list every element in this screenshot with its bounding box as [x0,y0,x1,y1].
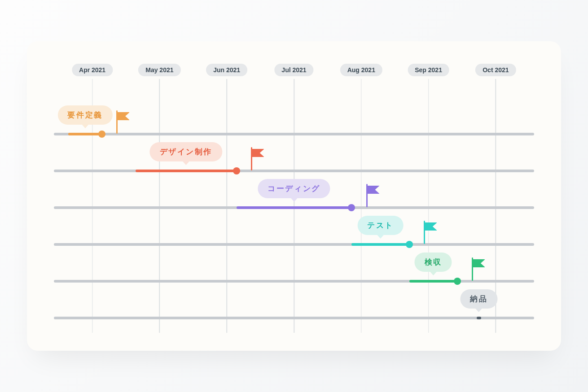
gantt-chart: Apr 2021May 2021Jun 2021Jul 2021Aug 2021… [54,64,534,333]
row-track [54,133,534,135]
task-bar[interactable] [477,317,482,319]
task-label[interactable]: デザイン制作 [150,142,222,161]
row-track [54,317,534,319]
gantt-row: デザイン制作 [54,136,534,172]
gantt-row: 要件定義 [54,100,534,135]
row-track [54,280,534,283]
task-label[interactable]: 納品 [460,289,497,309]
month-label: Sep 2021 [408,64,449,76]
gantt-row: 検収 [54,247,534,283]
gantt-card: Apr 2021May 2021Jun 2021Jul 2021Aug 2021… [27,41,561,351]
month-label: Apr 2021 [72,64,113,76]
task-label[interactable]: コーディング [258,179,330,198]
task-label[interactable]: 検収 [415,253,452,272]
gantt-row: コーディング [54,173,534,209]
month-label: May 2021 [138,64,180,76]
task-bar[interactable] [68,133,102,135]
month-label: Aug 2021 [340,64,382,76]
month-label: Oct 2021 [475,64,516,76]
task-label[interactable]: 要件定義 [57,105,112,125]
task-bar[interactable] [351,243,409,246]
task-bar[interactable] [237,206,352,209]
task-label[interactable]: テスト [357,216,404,235]
month-label: Jul 2021 [274,64,313,76]
row-track [54,170,534,172]
month-label: Jun 2021 [206,64,247,76]
gantt-row: 納品 [54,283,534,319]
gantt-row: テスト [54,210,534,246]
task-bar[interactable] [136,170,237,172]
row-track [54,243,534,246]
task-bar[interactable] [409,280,457,283]
